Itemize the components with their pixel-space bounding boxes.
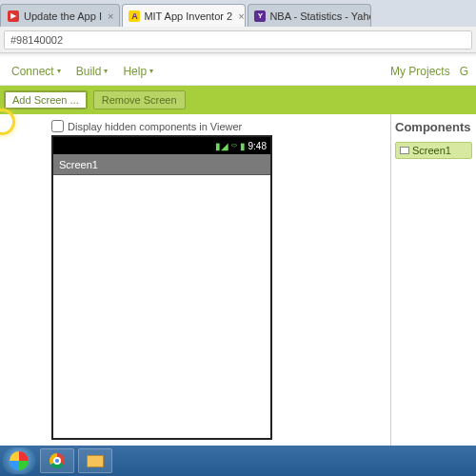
url-input[interactable] [4, 30, 472, 50]
signal-icon: ▮◢ [215, 141, 228, 151]
start-button[interactable] [2, 447, 36, 474]
screen-title: Screen1 [59, 159, 98, 170]
screen-title-bar: Screen1 [53, 154, 270, 175]
address-bar [0, 27, 476, 53]
battery-icon: ▮ [240, 141, 246, 151]
display-hidden-checkbox[interactable] [51, 120, 64, 132]
components-heading: Components [395, 120, 472, 134]
chrome-icon [50, 453, 65, 468]
windows-orb-icon [10, 451, 29, 470]
chevron-down-icon: ▾ [57, 67, 61, 75]
folder-icon [87, 455, 104, 467]
display-hidden-row: Display hidden components in Viewer [0, 120, 387, 132]
browser-tab[interactable]: A MIT App Inventor 2 × [122, 4, 246, 27]
component-label: Screen1 [412, 145, 451, 156]
component-tree-item[interactable]: Screen1 [395, 142, 472, 159]
viewer-column: Display hidden components in Viewer ▮◢ ⌔… [0, 114, 390, 476]
tab-label: Update the App I [24, 10, 102, 22]
favicon-icon: ▶ [7, 10, 20, 23]
menu-label: Build [76, 65, 102, 78]
close-icon[interactable]: × [238, 10, 244, 22]
phone-status-bar: ▮◢ ⌔ ▮ 9:48 [53, 137, 270, 154]
work-area: Display hidden components in Viewer ▮◢ ⌔… [0, 114, 476, 476]
favicon-icon: Y [254, 10, 266, 23]
taskbar-explorer[interactable] [78, 448, 112, 473]
screen-icon [400, 147, 409, 154]
screen-canvas[interactable] [53, 175, 270, 438]
action-bar: Add Screen ... Remove Screen [0, 86, 476, 114]
menu-label: Connect [11, 65, 54, 78]
browser-tab[interactable]: Y NBA - Statistics - Yahoo S × [248, 4, 371, 27]
clock-label: 9:48 [248, 141, 267, 151]
tab-label: NBA - Statistics - Yahoo S [269, 10, 371, 22]
menu-build[interactable]: Build ▾ [69, 61, 116, 82]
app-menubar: Connect ▾ Build ▾ Help ▾ My Projects G [0, 57, 476, 86]
wifi-icon: ⌔ [231, 141, 237, 151]
close-icon[interactable]: × [108, 10, 113, 22]
favicon-icon: A [129, 10, 140, 23]
add-screen-button[interactable]: Add Screen ... [4, 90, 88, 109]
display-hidden-label: Display hidden components in Viewer [68, 121, 242, 132]
menu-help[interactable]: Help ▾ [115, 61, 161, 82]
phone-preview: ▮◢ ⌔ ▮ 9:48 Screen1 [51, 135, 272, 440]
remove-screen-button[interactable]: Remove Screen [93, 90, 186, 109]
browser-tabbar: ▶ Update the App I × A MIT App Inventor … [0, 0, 476, 27]
menu-connect[interactable]: Connect ▾ [4, 61, 69, 82]
menu-my-projects[interactable]: My Projects [390, 65, 450, 78]
chevron-down-icon: ▾ [104, 67, 108, 75]
components-panel: Components Screen1 [390, 114, 476, 476]
chevron-down-icon: ▾ [149, 67, 153, 75]
windows-taskbar [0, 446, 476, 476]
taskbar-chrome[interactable] [40, 448, 74, 473]
menu-label: Help [123, 65, 147, 78]
menu-truncated[interactable]: G [460, 65, 468, 78]
browser-tab[interactable]: ▶ Update the App I × [0, 4, 120, 27]
tab-label: MIT App Inventor 2 [144, 10, 232, 22]
